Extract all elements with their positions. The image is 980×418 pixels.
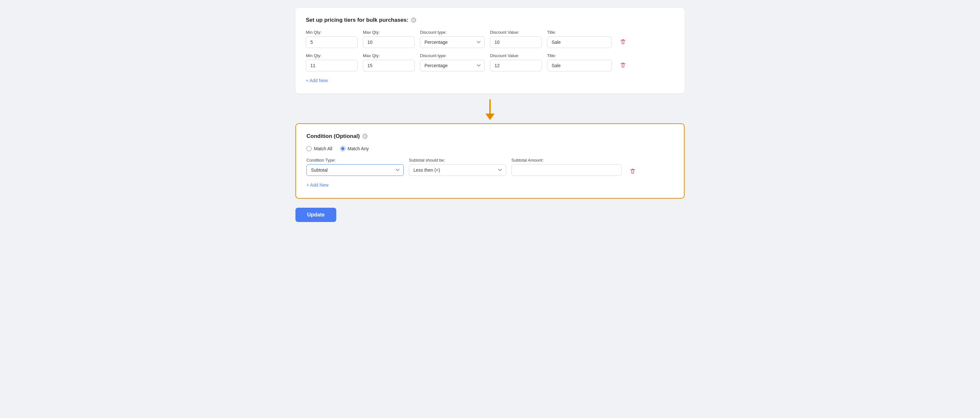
subtotal-should-be-select[interactable]: Less then (<) Greater then (>) Equal to …	[409, 164, 506, 176]
delete-row-1-button[interactable]	[619, 37, 627, 46]
arrow-down-container	[296, 94, 684, 123]
trash-icon-2	[620, 62, 626, 69]
trash-icon-1	[620, 38, 626, 45]
title-input-2[interactable]	[547, 60, 612, 72]
discount-value-col-1: Discount Value:	[490, 30, 542, 48]
condition-add-new-button[interactable]: + Add New	[307, 181, 328, 189]
min-qty-label-1: Min Qty:	[306, 30, 358, 35]
pricing-title-text: Set up pricing tiers for bulk purchases:	[306, 17, 408, 23]
condition-type-col: Condition Type: Subtotal Total Quantity	[307, 158, 404, 176]
arrow-shaft	[489, 99, 491, 113]
condition-add-new-label: + Add New	[307, 182, 328, 188]
condition-title-text: Condition (Optional)	[307, 133, 360, 140]
pricing-title: Set up pricing tiers for bulk purchases:…	[306, 17, 674, 23]
pricing-tiers-card: Set up pricing tiers for bulk purchases:…	[296, 8, 684, 94]
title-label-2: Title:	[547, 53, 612, 58]
pricing-row-1: Min Qty: Max Qty: Discount type: Percent…	[306, 30, 674, 48]
max-qty-label-1: Max Qty:	[363, 30, 415, 35]
subtotal-amount-input[interactable]	[511, 164, 622, 176]
condition-card: Condition (Optional) ⓘ Match All Match A…	[296, 123, 684, 199]
discount-value-col-2: Discount Value:	[490, 53, 542, 72]
condition-info-icon[interactable]: ⓘ	[362, 134, 368, 139]
max-qty-label-2: Max Qty:	[363, 53, 415, 58]
min-qty-label-2: Min Qty:	[306, 53, 358, 58]
discount-type-col-2: Discount type: Percentage Fixed	[420, 53, 485, 72]
min-qty-input-1[interactable]	[306, 36, 358, 48]
match-all-label[interactable]: Match All	[307, 146, 332, 151]
pricing-row-2: Min Qty: Max Qty: Discount type: Percent…	[306, 53, 674, 72]
match-all-text: Match All	[314, 146, 332, 151]
pricing-info-icon[interactable]: ⓘ	[411, 18, 416, 23]
title-col-1: Title:	[547, 30, 612, 48]
delete-row-2-button[interactable]	[619, 61, 627, 70]
title-col-2: Title:	[547, 53, 612, 72]
max-qty-input-2[interactable]	[363, 60, 415, 72]
discount-value-input-1[interactable]	[490, 36, 542, 48]
min-qty-input-2[interactable]	[306, 60, 358, 72]
max-qty-col-1: Max Qty:	[363, 30, 415, 48]
update-button-label: Update	[307, 212, 325, 217]
discount-type-select-2[interactable]: Percentage Fixed	[420, 60, 485, 72]
min-qty-col-2: Min Qty:	[306, 53, 358, 72]
pricing-add-new-label: + Add New	[306, 78, 328, 83]
match-radio-group: Match All Match Any	[307, 146, 673, 151]
match-all-radio[interactable]	[307, 146, 312, 151]
discount-value-label-2: Discount Value:	[490, 53, 542, 58]
match-any-text: Match Any	[348, 146, 369, 151]
discount-value-input-2[interactable]	[490, 60, 542, 72]
match-any-radio[interactable]	[340, 146, 345, 151]
discount-value-label-1: Discount Value:	[490, 30, 542, 35]
pricing-add-new-button[interactable]: + Add New	[306, 77, 328, 85]
arrow-head	[485, 113, 495, 120]
subtotal-should-be-col: Subtotal should be: Less then (<) Greate…	[409, 158, 506, 176]
discount-type-select-1[interactable]: Percentage Fixed	[420, 36, 485, 48]
delete-condition-button[interactable]	[628, 167, 637, 176]
condition-type-label: Condition Type:	[307, 158, 404, 163]
title-label-1: Title:	[547, 30, 612, 35]
match-any-label[interactable]: Match Any	[340, 146, 369, 151]
subtotal-amount-col: Subtotal Amount:	[511, 158, 622, 176]
update-button[interactable]: Update	[296, 208, 336, 222]
discount-type-label-1: Discount type:	[420, 30, 485, 35]
arrow-down-visual	[485, 99, 495, 120]
max-qty-col-2: Max Qty:	[363, 53, 415, 72]
discount-type-col-1: Discount type: Percentage Fixed	[420, 30, 485, 48]
subtotal-amount-label: Subtotal Amount:	[511, 158, 622, 163]
max-qty-input-1[interactable]	[363, 36, 415, 48]
condition-type-select[interactable]: Subtotal Total Quantity	[307, 164, 404, 176]
condition-title: Condition (Optional) ⓘ	[307, 133, 673, 140]
title-input-1[interactable]	[547, 36, 612, 48]
condition-fields-row: Condition Type: Subtotal Total Quantity …	[307, 158, 673, 176]
subtotal-should-be-label: Subtotal should be:	[409, 158, 506, 163]
discount-type-label-2: Discount type:	[420, 53, 485, 58]
min-qty-col-1: Min Qty:	[306, 30, 358, 48]
trash-icon-condition	[630, 168, 636, 175]
